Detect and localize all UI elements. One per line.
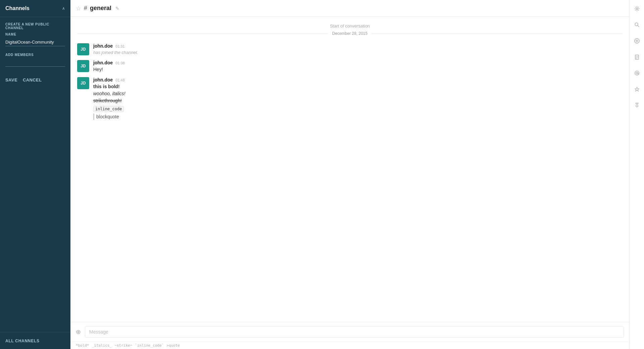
- settings-icon[interactable]: [632, 4, 642, 13]
- strike-hint: ~strike~: [114, 343, 132, 348]
- save-button[interactable]: SAVE: [5, 77, 17, 82]
- italic-hint: _italics_: [92, 343, 112, 348]
- message-header: john.doe 01:31: [93, 43, 623, 49]
- mentions-icon[interactable]: [632, 68, 642, 78]
- hash-icon: #: [84, 5, 87, 12]
- name-label: NAME: [5, 33, 65, 36]
- message-text: Hey!: [93, 66, 623, 73]
- search-icon[interactable]: [632, 20, 642, 30]
- channel-name-input[interactable]: [5, 38, 65, 46]
- message-time: 01:31: [115, 44, 125, 48]
- message-group: JD john.doe 01:48 this is bold! woohoo, …: [70, 75, 629, 122]
- conversation-start: Start of conversation: [70, 23, 629, 28]
- input-bar: ⊕: [70, 322, 629, 342]
- quote-hint: >quote: [166, 343, 180, 348]
- edit-icon[interactable]: ✎: [115, 6, 119, 11]
- cancel-button[interactable]: CANCEL: [23, 77, 42, 82]
- message-header: john.doe 01:48: [93, 77, 623, 82]
- svg-point-11: [635, 71, 639, 75]
- avatar: JD: [77, 43, 89, 55]
- message-text-bold: this is bold!: [93, 83, 623, 90]
- create-channel-label: CREATE A NEW PUBLIC CHANNEL: [5, 22, 65, 30]
- message-code-line: inline_code: [93, 106, 623, 112]
- all-channels-link[interactable]: ALL CHANNELS: [5, 339, 40, 343]
- message-content: john.doe 01:31 has joined the channel.: [93, 43, 623, 56]
- messages-area: Start of conversation December 28, 2015 …: [70, 17, 629, 322]
- message-author: john.doe: [93, 77, 113, 82]
- message-author: john.doe: [93, 60, 113, 65]
- svg-point-0: [636, 8, 638, 10]
- topbar: ☆ # general ✎: [70, 0, 629, 17]
- blockquote-bar: [93, 113, 94, 120]
- sidebar: Channels ∧ CREATE A NEW PUBLIC CHANNEL N…: [0, 0, 70, 349]
- svg-line-2: [638, 25, 639, 27]
- message-text-strike: strikethrough!: [93, 97, 623, 104]
- message-input[interactable]: [85, 326, 624, 338]
- date-divider: December 28, 2015: [77, 31, 623, 36]
- star-icon[interactable]: [632, 84, 642, 94]
- format-hints: *bold* _italics_ ~strike~ `inline_code` …: [70, 342, 629, 349]
- sidebar-title: Channels: [5, 5, 30, 11]
- chevron-icon[interactable]: ∧: [62, 6, 65, 11]
- files-icon[interactable]: [632, 52, 642, 62]
- blockquote: blockquote: [93, 113, 623, 120]
- main-content: ☆ # general ✎ Start of conversation Dece…: [70, 0, 629, 349]
- upload-icon[interactable]: ⊕: [76, 328, 81, 336]
- message-text: has joined the channel.: [93, 49, 623, 56]
- divider-line-right: [372, 34, 623, 34]
- svg-point-10: [636, 72, 638, 74]
- sidebar-header: Channels ∧: [0, 0, 70, 17]
- channel-name: general: [90, 5, 111, 12]
- code-hint: `inline_code`: [135, 343, 164, 348]
- avatar: JD: [77, 60, 89, 72]
- pin-icon[interactable]: [632, 101, 642, 110]
- bold-hint: *bold*: [76, 343, 89, 348]
- svg-rect-13: [636, 103, 638, 104]
- svg-marker-12: [635, 87, 639, 91]
- message-group: JD john.doe 01:31 has joined the channel…: [70, 41, 629, 58]
- divider-line-left: [77, 34, 328, 34]
- right-sidebar: [629, 0, 644, 349]
- add-members-input[interactable]: [5, 59, 65, 67]
- message-group: JD john.doe 01:38 Hey!: [70, 58, 629, 75]
- inline-code: inline_code: [93, 106, 124, 112]
- create-channel-form: CREATE A NEW PUBLIC CHANNEL NAME ADD MEM…: [0, 17, 70, 332]
- message-author: john.doe: [93, 43, 113, 49]
- message-header: john.doe 01:38: [93, 60, 623, 65]
- blockquote-text: blockquote: [96, 113, 119, 120]
- message-time: 01:48: [115, 78, 125, 82]
- form-actions: SAVE CANCEL: [5, 77, 65, 82]
- avatar: JD: [77, 77, 89, 89]
- message-content: john.doe 01:48 this is bold! woohoo, ita…: [93, 77, 623, 120]
- message-text-italic: woohoo, italics!: [93, 90, 623, 97]
- star-icon[interactable]: ☆: [76, 5, 81, 12]
- add-members-label: ADD MEMBERS: [5, 53, 65, 57]
- message-content: john.doe 01:38 Hey!: [93, 60, 623, 73]
- sidebar-footer: ALL CHANNELS: [0, 332, 70, 349]
- plus-icon[interactable]: [632, 36, 642, 46]
- message-time: 01:38: [115, 61, 125, 65]
- date-text: December 28, 2015: [332, 31, 367, 36]
